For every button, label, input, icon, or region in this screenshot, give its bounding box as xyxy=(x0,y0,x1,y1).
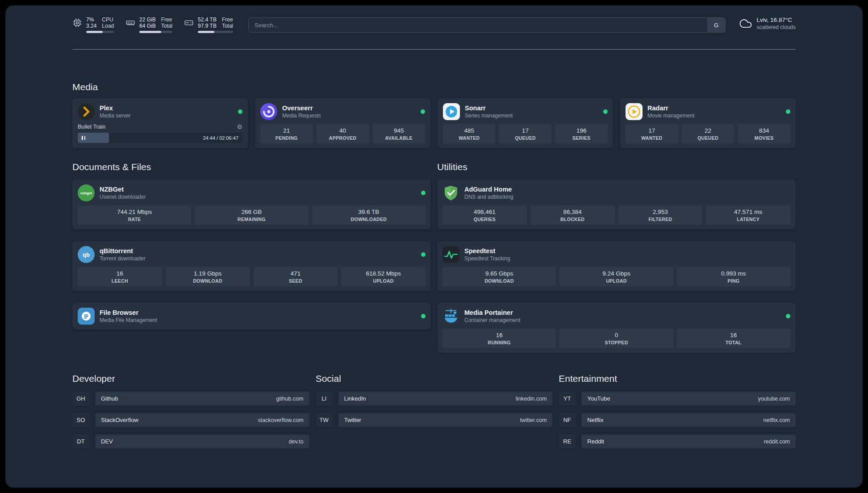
stat-label: DOWNLOAD xyxy=(167,278,248,284)
stat-value: 21 xyxy=(262,127,311,134)
section-utilities: Utilities AdGuard Home DNS and adblockin… xyxy=(437,162,796,353)
card-speedtest[interactable]: Speedtest Speedtest Tracking 9.65 GbpsDO… xyxy=(437,241,796,291)
card-sonarr[interactable]: Sonarr Series management 485WANTED 17QUE… xyxy=(438,98,613,148)
card-portainer[interactable]: Media Portainer Container management 16R… xyxy=(437,303,796,353)
stat-value: 47.571 ms xyxy=(708,209,789,215)
bookmark-link[interactable]: LinkedIn linkedin.com xyxy=(338,392,553,405)
pause-icon[interactable] xyxy=(82,136,85,140)
memory-label-bottom: Total xyxy=(161,23,172,29)
stat-label: UPLOAD xyxy=(343,278,424,284)
bookmark-link[interactable]: DEV dev.to xyxy=(95,435,309,448)
card-overseerr[interactable]: Overseerr Media Requests 21PENDING 40APP… xyxy=(255,98,430,148)
qbittorrent-icon-label: qb xyxy=(83,251,90,258)
cpu-label-bottom: Load xyxy=(102,23,114,29)
bookmark-link[interactable]: Twitter twitter.com xyxy=(338,413,553,427)
bookmark-twitter[interactable]: TW Twitter twitter.com xyxy=(316,413,553,427)
entertainment-heading: Entertainment xyxy=(559,373,796,384)
cpu-percent: 7% xyxy=(86,17,96,23)
stat-label: PENDING xyxy=(262,135,311,141)
bookmark-youtube[interactable]: YT YouTube youtube.com xyxy=(559,392,796,405)
bookmark-abbr: RE xyxy=(559,435,576,448)
disk-label-bottom: Total xyxy=(222,23,233,29)
bookmark-link[interactable]: YouTube youtube.com xyxy=(581,392,796,405)
memory-icon xyxy=(125,18,135,28)
service-name: Overseerr xyxy=(282,104,321,112)
stat-value: 16 xyxy=(444,332,554,338)
bookmark-linkedin[interactable]: LI LinkedIn linkedin.com xyxy=(316,392,553,405)
stat-value: 17 xyxy=(627,127,676,134)
cpu-label-top: CPU xyxy=(102,17,114,23)
memory-usage-fill xyxy=(139,31,161,33)
cloud-icon xyxy=(739,17,752,30)
bookmark-url: twitter.com xyxy=(520,417,547,423)
stat-download: 9.65 GbpsDOWNLOAD xyxy=(442,267,556,286)
bookmark-abbr: SO xyxy=(72,413,89,427)
bookmarks-developer: Developer GH Github github.com SO StackO… xyxy=(72,373,309,456)
status-dot xyxy=(421,252,426,257)
weather-widget[interactable]: Lviv, 16.87°C scattered clouds xyxy=(739,17,796,30)
status-dot xyxy=(238,109,242,114)
stat-value: 17 xyxy=(501,127,550,134)
nzbget-icon-label: nzbget xyxy=(80,191,92,195)
bookmark-github[interactable]: GH Github github.com xyxy=(72,392,309,405)
card-plex[interactable]: Plex Media server Bullet Train ⚙ 24:44 /… xyxy=(72,98,248,148)
memory-label-top: Free xyxy=(161,17,172,23)
stat-seed: 471SEED xyxy=(254,267,338,286)
service-subtitle: Torrent downloader xyxy=(100,255,146,262)
bookmarks-social: Social LI LinkedIn linkedin.com TW Twitt… xyxy=(316,373,553,435)
bookmark-stackoverflow[interactable]: SO StackOverflow stackoverflow.com xyxy=(72,413,309,427)
bookmark-abbr: DT xyxy=(72,435,89,448)
bookmark-netflix[interactable]: NF Netflix netflix.com xyxy=(559,413,796,427)
search-provider-button[interactable]: G xyxy=(707,18,725,32)
stat-filtered: 2,953FILTERED xyxy=(618,205,703,225)
service-subtitle: Movie management xyxy=(647,113,694,119)
stat-queries: 498,461QUERIES xyxy=(442,205,527,225)
disk-free: 52.4 TB xyxy=(198,17,217,23)
search-bar: G xyxy=(248,17,725,33)
overseerr-icon xyxy=(260,103,277,120)
stat-value: 22 xyxy=(684,127,733,134)
weather-condition: scattered clouds xyxy=(757,24,796,30)
media-heading: Media xyxy=(72,82,796,92)
card-nzbget[interactable]: nzbget NZBGet Usenet downloader 744.21 M… xyxy=(72,180,431,230)
bookmark-reddit[interactable]: RE Reddit reddit.com xyxy=(559,435,796,448)
cpu-usage-fill xyxy=(86,31,103,33)
section-documents: Documents & Files nzbget NZBGet Usenet d… xyxy=(72,162,431,330)
status-dot xyxy=(603,109,608,114)
card-adguard[interactable]: AdGuard Home DNS and adblocking 498,461Q… xyxy=(437,180,796,230)
stat-value: 945 xyxy=(374,127,423,134)
service-subtitle: Series management xyxy=(465,113,513,119)
bookmark-dev[interactable]: DT DEV dev.to xyxy=(72,435,309,448)
playback-progress-bar[interactable]: 24:44 / 02:06:47 xyxy=(78,133,242,143)
stat-label: WANTED xyxy=(627,135,676,141)
utilities-heading: Utilities xyxy=(437,162,796,172)
stat-blocked: 86,384BLOCKED xyxy=(530,205,615,225)
search-input[interactable] xyxy=(249,18,707,32)
bookmark-link[interactable]: Github github.com xyxy=(95,392,309,405)
gear-icon[interactable]: ⚙ xyxy=(237,124,242,130)
stat-value: 834 xyxy=(739,127,789,134)
card-filebrowser[interactable]: File Browser Media File Management xyxy=(72,303,431,330)
stat-download: 1.19 GbpsDOWNLOAD xyxy=(166,267,250,286)
disk-total: 97.9 TB xyxy=(198,23,217,29)
bookmark-url: youtube.com xyxy=(758,396,790,402)
memory-free: 22 GiB xyxy=(139,17,156,23)
service-subtitle: Usenet downloader xyxy=(100,194,146,200)
service-subtitle: Media File Management xyxy=(100,317,157,323)
status-dot xyxy=(421,109,425,114)
card-radarr[interactable]: Radarr Movie management 17WANTED 22QUEUE… xyxy=(620,98,796,148)
bookmark-name: Reddit xyxy=(587,438,604,445)
portainer-icon xyxy=(442,308,459,325)
card-qbittorrent[interactable]: qb qBittorrent Torrent downloader 16LEEC… xyxy=(72,241,431,291)
bookmark-url: stackoverflow.com xyxy=(258,417,304,423)
speedtest-icon xyxy=(442,246,459,263)
stat-value: 0 xyxy=(561,332,671,338)
bookmark-link[interactable]: Reddit reddit.com xyxy=(581,435,796,448)
playback-time: 24:44 / 02:06:47 xyxy=(203,135,238,141)
bookmark-link[interactable]: Netflix netflix.com xyxy=(581,413,796,427)
stat-queued: 22QUEUED xyxy=(682,124,734,143)
stat-value: 40 xyxy=(318,127,367,134)
bookmark-link[interactable]: StackOverflow stackoverflow.com xyxy=(95,413,309,427)
stat-upload: 618.52 MbpsUPLOAD xyxy=(341,267,426,286)
stat-label: AVAILABLE xyxy=(374,135,423,141)
